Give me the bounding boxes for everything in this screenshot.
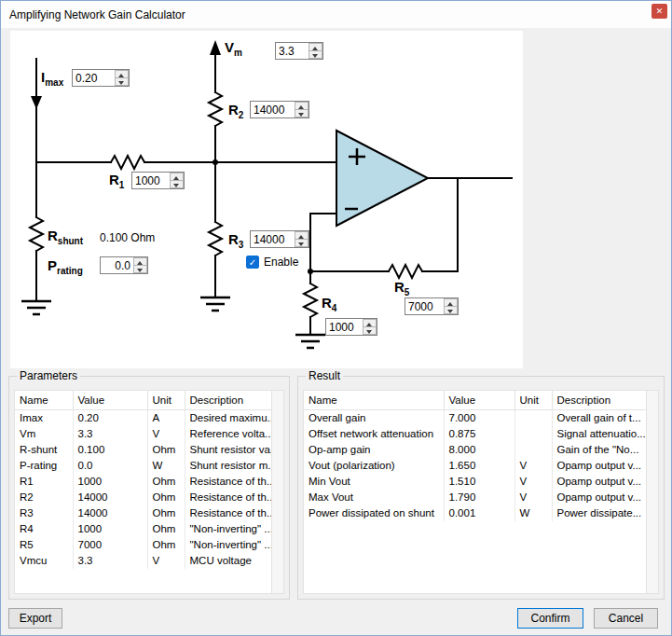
table-row[interactable]: Min Vout1.510VOpamp output v...: [304, 474, 646, 490]
table-row[interactable]: R214000OhmResistance of th...: [15, 490, 271, 505]
spin-down-icon[interactable]: [309, 50, 322, 59]
column-header-name[interactable]: Name: [304, 391, 444, 410]
window-title: Amplifying Network Gain Calculator: [9, 8, 185, 21]
table-cell: R-shunt: [15, 442, 73, 458]
table-row[interactable]: Op-amp gain8.000Gain of the "No...: [304, 442, 646, 458]
vm-label: Vm: [225, 40, 242, 60]
table-row[interactable]: Overall gain7.000Overall gain of t...: [304, 410, 646, 426]
spin-up-icon[interactable]: [133, 257, 147, 265]
spin-down-icon[interactable]: [295, 109, 309, 118]
circuit-canvas: Imax Vm R2 R1 Rshunt 0.100 Ohm Prating R…: [10, 31, 523, 368]
table-cell: 3.3: [73, 553, 147, 569]
result-group: Result Name Value Unit Description Overa…: [297, 376, 665, 600]
spin-up-icon[interactable]: [295, 102, 309, 109]
r5-input[interactable]: [405, 298, 444, 314]
table-cell: 7000: [73, 537, 147, 553]
table-cell: W: [147, 458, 185, 474]
imax-label: Imax: [41, 70, 63, 90]
vm-arrow-icon: [210, 40, 221, 55]
enable-checkbox-label: Enable: [264, 256, 298, 269]
spin-down-icon[interactable]: [133, 265, 147, 273]
table-row[interactable]: Vout (polarization)1.650VOpamp output v.…: [304, 458, 646, 474]
spin-up-icon[interactable]: [295, 231, 309, 239]
table-row[interactable]: Power dissipated on shunt0.001WPower dis…: [304, 505, 646, 521]
prating-input[interactable]: [101, 257, 133, 273]
vertical-scrollbar[interactable]: [646, 391, 658, 593]
table-row[interactable]: Vmcu3.3VMCU voltage: [15, 553, 271, 569]
table-row[interactable]: Max Vout1.790VOpamp output v...: [304, 490, 646, 505]
spin-down-icon[interactable]: [363, 326, 377, 335]
table-cell: Reference volta...: [185, 426, 271, 442]
table-cell: "Non-inverting" ...: [185, 537, 271, 553]
r4-spinner[interactable]: [325, 318, 377, 336]
imax-spinner[interactable]: [72, 69, 130, 87]
parameters-header-row: Name Value Unit Description: [15, 391, 271, 410]
table-cell: MCU voltage: [185, 553, 271, 569]
r3-input[interactable]: [251, 231, 295, 247]
r4-input[interactable]: [326, 319, 363, 335]
spin-up-icon[interactable]: [170, 173, 184, 180]
table-cell: R5: [15, 537, 73, 553]
close-icon[interactable]: ✕: [651, 4, 667, 19]
confirm-button[interactable]: Confirm: [517, 608, 583, 629]
table-cell: R2: [15, 490, 73, 505]
column-header-description[interactable]: Description: [552, 391, 646, 410]
table-row[interactable]: R57000Ohm"Non-inverting" ...: [15, 537, 271, 553]
r3-spinner[interactable]: [250, 230, 309, 248]
vm-spinner[interactable]: [275, 42, 323, 60]
r5-spinner[interactable]: [405, 297, 459, 315]
spin-down-icon[interactable]: [295, 239, 309, 247]
table-cell: Offset network attenuation: [304, 426, 444, 442]
table-cell: Resistance of th...: [185, 474, 271, 490]
table-row[interactable]: Offset network attenuation0.875Signal at…: [304, 426, 646, 442]
table-cell: 0.001: [444, 505, 514, 521]
cancel-button[interactable]: Cancel: [594, 608, 658, 629]
spin-up-icon[interactable]: [363, 319, 377, 326]
spin-down-icon[interactable]: [115, 77, 129, 86]
enable-checkbox[interactable]: ✓ Enable: [246, 256, 298, 269]
column-header-unit[interactable]: Unit: [514, 391, 552, 410]
table-row[interactable]: R314000OhmResistance of th...: [15, 505, 271, 521]
titlebar[interactable]: Amplifying Network Gain Calculator ✕: [1, 1, 671, 28]
table-row[interactable]: R11000OhmResistance of th...: [15, 474, 271, 490]
table-cell: 7.000: [444, 410, 514, 426]
spin-down-icon[interactable]: [444, 306, 458, 314]
column-header-value[interactable]: Value: [73, 391, 147, 410]
table-row[interactable]: Vm3.3VReference volta...: [15, 426, 271, 442]
table-row[interactable]: R41000Ohm"Non-inverting" ...: [15, 521, 271, 537]
column-header-value[interactable]: Value: [444, 391, 514, 410]
r2-spinner[interactable]: [250, 101, 309, 118]
vertical-scrollbar[interactable]: [271, 391, 283, 593]
spin-up-icon[interactable]: [115, 70, 129, 77]
column-header-description[interactable]: Description: [185, 391, 271, 410]
table-cell: 1.790: [444, 490, 514, 505]
column-header-name[interactable]: Name: [15, 391, 73, 410]
wire: [310, 214, 336, 271]
table-row[interactable]: Imax0.20ADesired maximu...: [15, 410, 271, 426]
spin-up-icon[interactable]: [309, 43, 322, 50]
r1-input[interactable]: [132, 173, 170, 188]
table-cell: [514, 426, 552, 442]
table-cell: V: [147, 426, 185, 442]
table-row[interactable]: P-rating0.0WShunt resistor m...: [15, 458, 271, 474]
vm-input[interactable]: [276, 43, 309, 59]
r3-resistor-icon: [209, 222, 222, 256]
r5-label: R5: [394, 280, 409, 299]
column-header-unit[interactable]: Unit: [147, 391, 185, 410]
r4-label: R4: [322, 296, 336, 315]
r1-spinner[interactable]: [131, 172, 185, 189]
parameters-table: Name Value Unit Description Imax0.20ADes…: [15, 391, 271, 569]
table-cell: 3.3: [73, 426, 147, 442]
spin-up-icon[interactable]: [444, 298, 458, 306]
table-cell: Power dissipate...: [552, 505, 646, 521]
imax-input[interactable]: [73, 70, 115, 86]
r2-input[interactable]: [251, 102, 295, 118]
table-cell: V: [514, 474, 552, 490]
export-button[interactable]: Export: [8, 608, 62, 629]
prating-spinner[interactable]: [100, 256, 148, 274]
table-cell: 14000: [73, 505, 147, 521]
checkbox-check-icon[interactable]: ✓: [246, 256, 259, 269]
spin-down-icon[interactable]: [170, 180, 184, 188]
ground-icon: [21, 301, 51, 314]
table-row[interactable]: R-shunt0.100OhmShunt resistor va...: [15, 442, 271, 458]
